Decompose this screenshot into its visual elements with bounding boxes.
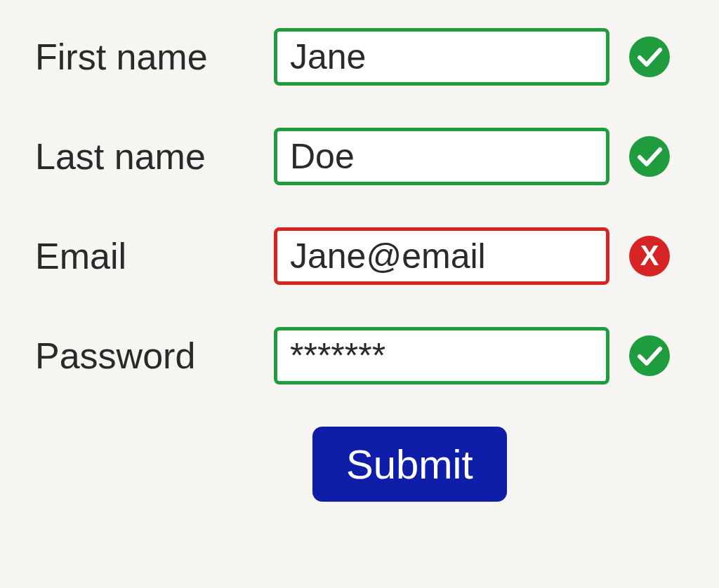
first-name-row: First name Jane (35, 28, 684, 86)
check-icon (629, 136, 670, 177)
submit-row: Submit (35, 427, 684, 502)
check-icon (629, 36, 670, 77)
password-label: Password (35, 335, 274, 377)
svg-point-4 (629, 335, 670, 376)
first-name-input[interactable]: Jane (274, 28, 609, 86)
email-input[interactable]: Jane@email (274, 227, 609, 285)
email-label: Email (35, 235, 274, 277)
password-row: Password ******* (35, 327, 684, 385)
svg-point-0 (629, 36, 670, 77)
submit-button[interactable]: Submit (312, 427, 507, 502)
svg-text:X: X (640, 240, 659, 271)
password-input[interactable]: ******* (274, 327, 609, 385)
last-name-row: Last name Doe (35, 128, 684, 185)
last-name-label: Last name (35, 135, 274, 178)
error-icon: X (629, 236, 670, 276)
check-icon (629, 335, 670, 376)
last-name-input[interactable]: Doe (274, 128, 609, 185)
email-row: Email Jane@email X (35, 227, 684, 285)
svg-point-1 (629, 136, 670, 177)
first-name-label: First name (35, 36, 274, 78)
